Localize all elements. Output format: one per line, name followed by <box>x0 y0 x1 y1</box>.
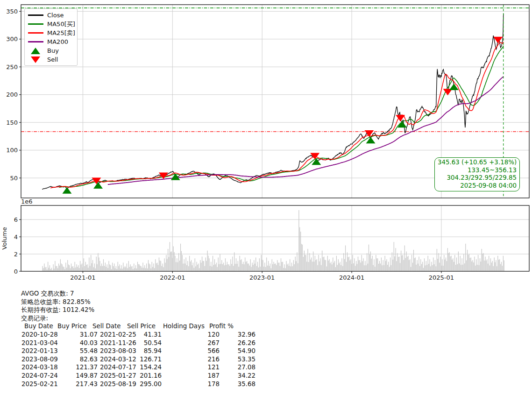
legend[interactable]: Close MA50[买] MA25[卖] MA200 Buy Sell <box>24 8 78 66</box>
close-line-swatch <box>28 14 43 15</box>
volume-bar <box>387 265 388 271</box>
volume-bar <box>232 257 233 271</box>
col-buy-date: Buy Date <box>24 322 53 331</box>
volume-bar <box>188 266 189 271</box>
volume-bar <box>301 244 302 271</box>
volume-bar <box>253 265 253 271</box>
volume-bar <box>212 267 212 271</box>
volume-bar <box>183 264 184 271</box>
volume-bar <box>149 263 149 271</box>
volume-bar <box>65 263 66 271</box>
volume-bar <box>426 261 426 271</box>
table-cell: 32.96 <box>220 331 255 339</box>
volume-bar <box>104 266 105 271</box>
volume-bar <box>276 265 277 271</box>
volume-bar <box>477 265 477 271</box>
volume-bar <box>256 266 257 271</box>
volume-bar <box>101 263 102 271</box>
volume-bar <box>317 259 317 271</box>
volume-bar <box>243 262 243 271</box>
volume-bar <box>139 264 140 271</box>
table-cell: 267 <box>162 339 220 347</box>
volume-bar <box>399 257 399 271</box>
volume-bar <box>246 262 246 271</box>
volume-bar <box>130 264 131 271</box>
volume-bar <box>44 263 44 271</box>
volume-bar <box>454 255 455 271</box>
volume-bar <box>267 266 268 271</box>
table-cell: 85.94 <box>140 347 162 355</box>
volume-bar <box>493 266 494 271</box>
volume-bar <box>345 246 346 271</box>
volume-bar <box>335 267 336 271</box>
volume-bar <box>135 265 136 271</box>
volume-bar <box>281 258 281 271</box>
volume-bar <box>491 262 492 271</box>
volume-bar <box>287 265 287 271</box>
figure: 5010015020025030035002462021-012022-0120… <box>0 0 532 395</box>
volume-bar <box>201 263 201 271</box>
volume-bar <box>203 261 203 271</box>
volume-bar <box>391 265 391 271</box>
volume-bar <box>84 258 84 271</box>
volume-bar <box>495 262 495 271</box>
volume-bar <box>458 252 459 271</box>
volume-bar <box>482 249 482 271</box>
volume-bar <box>152 267 153 271</box>
volume-bar <box>347 252 348 271</box>
volume-bar <box>343 253 344 271</box>
volume-bar <box>255 258 256 271</box>
volume-bar <box>319 261 319 271</box>
volume-bar <box>499 259 500 271</box>
volume-bar <box>241 259 241 271</box>
trade-table-body: 2020-10-2831.072021-02-2541.3112032.9620… <box>21 331 320 388</box>
volume-bar <box>142 268 142 271</box>
volume-bar <box>286 261 286 271</box>
volume-bar <box>298 263 298 271</box>
volume-bar <box>313 252 313 271</box>
volume-bar <box>425 265 426 271</box>
volume-bar <box>439 263 440 271</box>
volume-bar <box>145 268 146 271</box>
strategy-return-line: 策略总收益率: 822.85% <box>21 298 320 306</box>
volume-bar <box>395 256 395 271</box>
volume-bar <box>346 262 347 271</box>
volume-bar <box>146 263 147 271</box>
volume-bar <box>386 259 387 271</box>
volume-bar <box>159 258 159 271</box>
price-tick-label: 300 <box>6 35 18 42</box>
volume-bar <box>408 256 408 271</box>
volume-bar <box>118 262 118 271</box>
volume-bar <box>242 264 242 271</box>
volume-bar <box>94 263 95 271</box>
volume-bar <box>454 262 454 271</box>
volume-bar <box>424 258 425 271</box>
volume-bar <box>166 255 166 271</box>
volume-bar <box>482 254 483 271</box>
volume-bar <box>475 266 475 271</box>
volume-bar <box>137 262 138 271</box>
volume-bar <box>396 261 397 271</box>
volume-bar <box>79 268 79 271</box>
hold-return-line: 长期持有收益: 1012.42% <box>21 306 320 314</box>
volume-bar <box>316 260 316 271</box>
sell-marker <box>92 178 101 184</box>
volume-bar <box>153 263 154 271</box>
volume-bar <box>373 265 373 271</box>
volume-bar <box>184 259 184 271</box>
volume-bar <box>429 259 430 271</box>
legend-label: MA200 <box>47 38 68 45</box>
volume-bar <box>235 264 235 271</box>
price-tick-label: 350 <box>6 8 18 15</box>
table-cell: 54.90 <box>220 347 255 355</box>
legend-label: Buy <box>47 47 59 54</box>
volume-bar <box>423 268 424 271</box>
volume-bar <box>474 257 475 271</box>
volume-bar <box>124 267 124 271</box>
volume-bar <box>393 260 393 271</box>
volume-bar <box>302 245 303 271</box>
volume-bar <box>456 258 457 271</box>
volume-bar <box>198 263 199 271</box>
table-cell: 178 <box>162 380 220 388</box>
volume-bar <box>248 264 248 271</box>
